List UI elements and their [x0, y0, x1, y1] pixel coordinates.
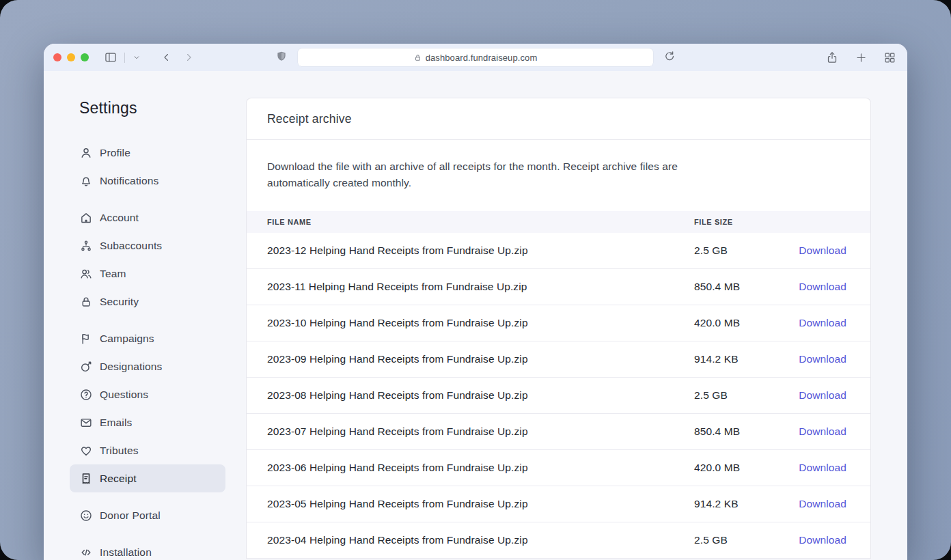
sidebar-item-label: Subaccounts [100, 240, 162, 252]
sidebar-item-tributes[interactable]: Tributes [70, 436, 225, 464]
sidebar-item-label: Designations [100, 361, 162, 373]
receipt-archive-card: Receipt archive Download the file with a… [246, 98, 871, 559]
file-name-cell: 2023-05 Helping Hand Receipts from Fundr… [267, 498, 694, 510]
sidebar-item-team[interactable]: Team [70, 260, 225, 288]
action-cell: Download [799, 534, 846, 546]
receipt-icon [79, 472, 93, 486]
sidebar-item-receipt[interactable]: Receipt [70, 464, 225, 492]
tab-overview-icon[interactable] [883, 51, 896, 64]
sidebar-item-label: Campaigns [100, 333, 154, 345]
file-size-cell: 914.2 KB [694, 498, 799, 510]
browser-window: dashboard.fundraiseup.com Settings [44, 44, 907, 560]
file-size-cell: 2.5 GB [694, 534, 799, 546]
sidebar-nav: ProfileNotificationsAccountSubaccountsTe… [79, 139, 246, 560]
download-link[interactable]: Download [799, 498, 846, 509]
sidebar-item-label: Profile [100, 147, 130, 159]
action-cell: Download [799, 317, 846, 329]
download-link[interactable]: Download [799, 534, 846, 546]
sidebar-group: AccountSubaccountsTeamSecurity [79, 204, 246, 316]
table-row: 2023-12 Helping Hand Receipts from Fundr… [247, 233, 870, 269]
download-link[interactable]: Download [799, 353, 846, 365]
forward-button-icon[interactable] [182, 51, 195, 64]
action-cell: Download [799, 353, 846, 365]
file-size-cell: 2.5 GB [694, 389, 799, 402]
toolbar-divider [124, 53, 125, 63]
browser-toolbar: dashboard.fundraiseup.com [44, 44, 907, 71]
donor-portal-icon [79, 509, 93, 522]
new-tab-icon[interactable] [855, 51, 868, 64]
lock-icon [414, 54, 422, 61]
main-area: Receipt archive Download the file with a… [246, 71, 907, 560]
action-cell: Download [799, 389, 846, 402]
account-icon [79, 211, 93, 225]
table-row: 2023-04 Helping Hand Receipts from Fundr… [247, 522, 870, 559]
sidebar-group: Donor Portal [79, 501, 246, 529]
file-size-cell: 850.4 MB [694, 425, 799, 438]
file-name-cell: 2023-09 Helping Hand Receipts from Fundr… [267, 353, 694, 365]
action-cell: Download [799, 244, 846, 257]
sidebar-item-campaigns[interactable]: Campaigns [70, 324, 225, 352]
installation-icon [79, 546, 93, 559]
sidebar-item-account[interactable]: Account [70, 204, 225, 232]
sidebar-toggle-icon[interactable] [104, 51, 118, 64]
sidebar-item-designations[interactable]: Designations [70, 352, 225, 380]
file-size-cell: 850.4 MB [694, 281, 799, 293]
share-icon[interactable] [825, 51, 839, 64]
security-icon [79, 295, 93, 309]
address-bar[interactable]: dashboard.fundraiseup.com [298, 48, 653, 66]
sidebar-item-notifications[interactable]: Notifications [70, 167, 225, 195]
download-link[interactable]: Download [799, 317, 846, 328]
download-link[interactable]: Download [799, 281, 846, 292]
table-row: 2023-11 Helping Hand Receipts from Fundr… [247, 269, 870, 305]
sidebar-group: CampaignsDesignationsQuestionsEmailsTrib… [79, 324, 246, 492]
page-title: Settings [79, 99, 246, 117]
card-header: Receipt archive [247, 98, 870, 140]
sidebar-item-label: Notifications [100, 175, 158, 187]
sidebar-item-questions[interactable]: Questions [70, 380, 225, 408]
download-link[interactable]: Download [799, 244, 846, 256]
sidebar-item-security[interactable]: Security [70, 288, 225, 316]
file-size-cell: 420.0 MB [694, 317, 799, 329]
sidebar-item-subaccounts[interactable]: Subaccounts [70, 232, 225, 260]
reload-icon[interactable] [663, 50, 676, 64]
table-header-row: FILE NAME FILE SIZE [247, 211, 870, 233]
download-link[interactable]: Download [799, 462, 846, 473]
file-size-cell: 420.0 MB [694, 462, 799, 474]
sidebar-item-donor-portal[interactable]: Donor Portal [70, 501, 225, 529]
sidebar-item-label: Donor Portal [100, 509, 161, 522]
chevron-down-icon[interactable] [132, 53, 141, 62]
download-link[interactable]: Download [799, 389, 846, 401]
column-header-file-name: FILE NAME [267, 218, 694, 226]
zoom-window-button[interactable] [81, 53, 89, 61]
minimize-window-button[interactable] [67, 53, 75, 61]
sidebar-group: ProfileNotifications [79, 139, 246, 195]
action-cell: Download [799, 498, 846, 510]
url-text: dashboard.fundraiseup.com [426, 53, 538, 63]
action-cell: Download [799, 425, 846, 438]
file-name-cell: 2023-07 Helping Hand Receipts from Fundr… [267, 425, 694, 438]
sidebar-item-label: Receipt [100, 473, 137, 485]
download-link[interactable]: Download [799, 425, 846, 437]
sidebar-item-label: Team [100, 268, 126, 280]
file-name-cell: 2023-04 Helping Hand Receipts from Fundr… [267, 534, 694, 546]
action-cell: Download [799, 281, 846, 293]
sidebar-item-emails[interactable]: Emails [70, 408, 225, 436]
file-name-cell: 2023-08 Helping Hand Receipts from Fundr… [267, 389, 694, 402]
action-cell: Download [799, 462, 846, 474]
file-size-cell: 914.2 KB [694, 353, 799, 365]
sidebar-item-label: Installation [100, 546, 152, 559]
back-button-icon[interactable] [161, 51, 173, 64]
desktop-background: dashboard.fundraiseup.com Settings [0, 0, 951, 560]
sidebar-item-profile[interactable]: Profile [70, 139, 225, 167]
card-description: Download the file with an archive of all… [247, 140, 752, 211]
profile-icon [79, 146, 93, 160]
sidebar-item-installation[interactable]: Installation [70, 538, 225, 560]
privacy-shield-icon[interactable] [275, 50, 288, 64]
file-size-cell: 2.5 GB [694, 244, 799, 257]
table-row: 2023-06 Helping Hand Receipts from Fundr… [247, 450, 870, 486]
team-icon [79, 267, 93, 281]
close-window-button[interactable] [53, 53, 61, 61]
card-title: Receipt archive [267, 112, 352, 126]
table-row: 2023-10 Helping Hand Receipts from Fundr… [247, 305, 870, 341]
window-controls [53, 53, 89, 61]
